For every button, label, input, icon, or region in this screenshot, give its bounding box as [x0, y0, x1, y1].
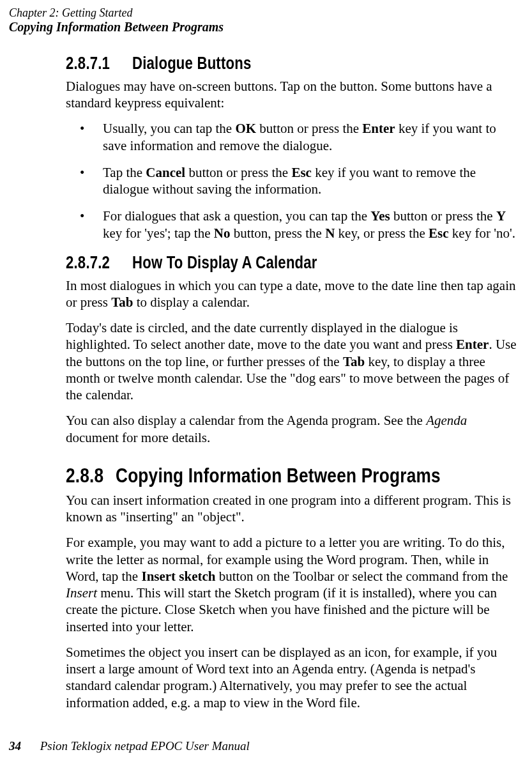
- heading-text: Dialogue Buttons: [132, 53, 251, 73]
- bold-text: Esc: [291, 165, 312, 180]
- paragraph: Dialogues may have on-screen buttons. Ta…: [66, 78, 519, 112]
- text: document for more details.: [66, 430, 210, 445]
- bold-text: Y: [496, 208, 506, 224]
- text: button or press the: [185, 165, 291, 180]
- heading-2871: 2.8.7.1Dialogue Buttons: [66, 52, 519, 74]
- bold-text: N: [325, 226, 335, 241]
- bullet-list: Usually, you can tap the OK button or pr…: [66, 120, 519, 241]
- text: key for 'yes'; tap the: [103, 226, 214, 241]
- text: button or press the: [390, 208, 496, 224]
- paragraph: You can insert information created in on…: [66, 492, 519, 526]
- text: You can also display a calendar from the…: [66, 413, 426, 428]
- paragraph: Sometimes the object you insert can be d…: [66, 644, 519, 711]
- paragraph: You can also display a calendar from the…: [66, 412, 519, 446]
- page-header: Chapter 2: Getting Started Copying Infor…: [9, 6, 523, 34]
- heading-text: Copying Information Between Programs: [116, 463, 441, 487]
- heading-number: 2.8.8: [66, 463, 116, 488]
- bold-text: Cancel: [146, 165, 185, 180]
- text: button or press the: [256, 121, 362, 136]
- text: button, press the: [230, 226, 325, 241]
- chapter-line: Chapter 2: Getting Started: [9, 6, 523, 20]
- heading-text: How To Display A Calendar: [132, 252, 317, 272]
- bold-text: Esc: [429, 226, 449, 241]
- text: key for 'no'.: [449, 226, 515, 241]
- page-content: 2.8.7.1Dialogue Buttons Dialogues may ha…: [66, 52, 519, 721]
- page-footer: 34 Psion Teklogix netpad EPOC User Manua…: [9, 739, 250, 753]
- section-line: Copying Information Between Programs: [9, 20, 523, 34]
- text: button on the Toolbar or select the comm…: [216, 569, 508, 584]
- heading-288: 2.8.8Copying Information Between Program…: [66, 463, 519, 488]
- bold-text: Enter: [362, 121, 395, 136]
- bold-text: Yes: [370, 208, 390, 224]
- paragraph: For example, you may want to add a pictu…: [66, 534, 519, 635]
- text: Today's date is circled, and the date cu…: [66, 320, 458, 352]
- text: to display a calendar.: [133, 295, 250, 310]
- bold-text: OK: [235, 121, 256, 136]
- list-item: Tap the Cancel button or press the Esc k…: [66, 164, 519, 198]
- paragraph: Today's date is circled, and the date cu…: [66, 319, 519, 403]
- heading-number: 2.8.7.2: [66, 252, 132, 273]
- text: For dialogues that ask a question, you c…: [103, 208, 370, 224]
- text: Usually, you can tap the: [103, 121, 235, 136]
- bold-text: Enter: [456, 337, 489, 352]
- text: menu. This will start the Sketch program…: [66, 585, 497, 634]
- bold-text: Insert sketch: [141, 569, 215, 584]
- italic-text: Agenda: [426, 413, 467, 428]
- italic-text: Insert: [66, 585, 97, 601]
- text: key, or press the: [335, 226, 429, 241]
- heading-2872: 2.8.7.2How To Display A Calendar: [66, 252, 519, 273]
- bold-text: Tab: [111, 295, 133, 310]
- footer-title: Psion Teklogix netpad EPOC User Manual: [40, 739, 250, 753]
- list-item: Usually, you can tap the OK button or pr…: [66, 120, 519, 154]
- bold-text: Tab: [343, 354, 365, 369]
- page-number: 34: [9, 739, 37, 753]
- list-item: For dialogues that ask a question, you c…: [66, 208, 519, 241]
- paragraph: In most dialogues in which you can type …: [66, 277, 519, 311]
- text: Tap the: [103, 165, 146, 180]
- bold-text: No: [214, 226, 231, 241]
- heading-number: 2.8.7.1: [66, 52, 132, 74]
